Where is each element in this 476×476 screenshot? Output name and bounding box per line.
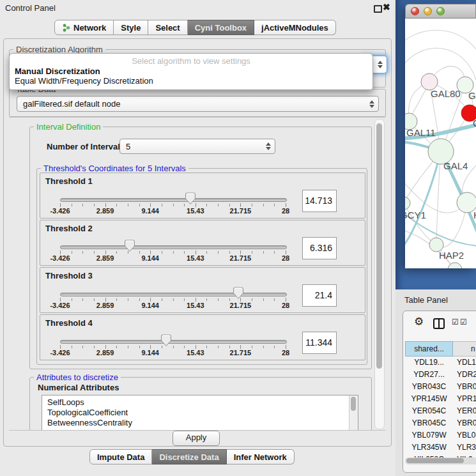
- network-window-titlebar[interactable]: [405, 4, 476, 19]
- tick-label: -3.426: [44, 349, 76, 357]
- slider-track[interactable]: [60, 340, 287, 344]
- tab-label: Infer Network: [234, 452, 287, 462]
- interval-definition-group: Interval Definition Number of Intervals …: [29, 127, 372, 369]
- interval-definition-title: Interval Definition: [34, 122, 103, 132]
- tick-mark: [162, 204, 162, 206]
- tab-style[interactable]: Style: [114, 20, 148, 35]
- slider-track[interactable]: [60, 293, 287, 296]
- threshold-box-3: Threshold 3-3.4262.8599.14415.4321.71528…: [40, 267, 365, 313]
- threshold-value-input[interactable]: 11.344: [302, 332, 337, 354]
- table-row[interactable]: YBR045CYBR0: [405, 417, 476, 429]
- threshold-label: Threshold 3: [45, 271, 93, 280]
- table-row[interactable]: YLR345WYLR3: [405, 441, 476, 454]
- float-window-icon[interactable]: [374, 5, 382, 13]
- tick-mark: [229, 251, 230, 254]
- traffic-light-zoom[interactable]: [436, 7, 445, 15]
- threshold-label: Threshold 1: [45, 176, 93, 186]
- table-cell: YPR1: [453, 393, 476, 405]
- slider-thumb[interactable]: [160, 334, 172, 349]
- tick-mark: [72, 251, 72, 254]
- tab-label: Discretize Data: [159, 452, 219, 462]
- table-row[interactable]: YDR27...YDR2: [405, 369, 476, 381]
- checkbox-icon[interactable]: ☑: [452, 318, 459, 326]
- traffic-light-close[interactable]: [411, 7, 419, 15]
- tick-label: 2.859: [89, 349, 121, 357]
- list-item-betweennesscentrality[interactable]: BetweennessCentrality: [42, 418, 358, 428]
- threshold-value-input[interactable]: 6.316: [302, 237, 337, 259]
- table-data-combo-value: galFiltered.sif default node: [23, 99, 120, 109]
- popup-option-manual-discretization[interactable]: Manual Discretization: [12, 66, 370, 76]
- tick-label: 2.859: [89, 207, 121, 215]
- table-panel-section: Table Panel ⚙ ☑ ☑ shared...n YDL19...YDL…: [395, 289, 476, 476]
- network-node-gcy1[interactable]: [405, 197, 410, 210]
- apply-button[interactable]: Apply: [173, 431, 220, 446]
- tick-label: 9.144: [134, 207, 166, 215]
- checkbox-icon[interactable]: ☑: [460, 318, 467, 326]
- network-canvas[interactable]: GAL80GACGAL11GAL4GCY1HHAP2: [405, 19, 476, 268]
- slider-thumb[interactable]: [124, 240, 135, 255]
- tick-mark: [274, 204, 275, 206]
- tick-label: 28: [270, 349, 302, 357]
- close-icon[interactable]: ✖: [383, 2, 390, 12]
- attributes-list-scrollbar[interactable]: [349, 395, 358, 431]
- gear-icon[interactable]: ⚙: [414, 316, 424, 328]
- tab-select[interactable]: Select: [148, 20, 187, 35]
- slider-track[interactable]: [60, 198, 287, 202]
- tick-mark: [128, 298, 128, 301]
- node-label: GAL11: [406, 127, 436, 138]
- table-row[interactable]: YPR145WYPR1: [405, 393, 476, 405]
- tab-infer-network[interactable]: Infer Network: [227, 449, 295, 464]
- table-row[interactable]: YBR043CYBR0: [405, 381, 476, 393]
- list-item-topologicalcoefficient[interactable]: TopologicalCoefficient: [42, 408, 358, 418]
- tick-mark: [184, 251, 185, 254]
- table-row[interactable]: YDL19...YDL1: [405, 357, 476, 369]
- tick-mark: [218, 251, 219, 254]
- number-of-intervals-label: Number of Intervals: [47, 142, 125, 151]
- tab-jactivemnodules[interactable]: jActiveMNodules: [254, 20, 336, 35]
- list-item-selfloops[interactable]: SelfLoops: [42, 397, 358, 408]
- slider-thumb[interactable]: [233, 287, 244, 302]
- tick-mark: [184, 346, 185, 348]
- tick-mark: [173, 251, 174, 254]
- tick-mark: [72, 346, 72, 348]
- network-edge: [405, 30, 476, 49]
- settings-vertical-scrollbar[interactable]: [374, 119, 385, 429]
- attributes-group-title: Attributes to discretize: [34, 372, 121, 382]
- tab-impute-data[interactable]: Impute Data: [89, 449, 152, 464]
- tick-label: 15.43: [180, 207, 211, 215]
- traffic-light-minimize[interactable]: [424, 7, 432, 15]
- column-header-n[interactable]: n: [453, 341, 476, 357]
- threshold-value: 6.316: [303, 238, 336, 259]
- tick-mark: [94, 251, 95, 254]
- threshold-box-1: Threshold 1-3.4262.8599.14415.4321.71528…: [40, 173, 365, 219]
- threshold-value-input[interactable]: 21.4: [302, 284, 337, 307]
- numerical-attributes-label: Numerical Attributes: [38, 383, 119, 392]
- threshold-value: 14.713: [303, 190, 336, 211]
- table-row[interactable]: YBL079WYBL0: [405, 429, 476, 441]
- tab-network[interactable]: Network: [54, 20, 114, 35]
- table-horizontal-scrollbar[interactable]: [405, 457, 476, 464]
- attributes-list[interactable]: SelfLoopsTopologicalCoefficientBetweenne…: [42, 395, 358, 431]
- column-layout-icon[interactable]: [433, 318, 445, 329]
- number-of-intervals-combo[interactable]: 5: [119, 139, 275, 154]
- combo-stepper-icon[interactable]: [369, 100, 374, 108]
- table-cell: YDR2: [453, 369, 476, 381]
- tab-cyni-toolbox[interactable]: Cyni Toolbox: [188, 20, 254, 35]
- tab-discretize-data[interactable]: Discretize Data: [152, 449, 226, 464]
- tick-mark: [94, 298, 95, 301]
- combo-stepper-icon[interactable]: [378, 61, 383, 68]
- slider-track[interactable]: [60, 245, 287, 249]
- threshold-value-input[interactable]: 14.713: [302, 190, 337, 212]
- slider-thumb[interactable]: [185, 192, 196, 208]
- network-view-background: GAL80GACGAL11GAL4GCY1HHAP2: [395, 0, 476, 289]
- table-row[interactable]: YER054CYER0: [405, 405, 476, 417]
- tick-mark: [206, 298, 207, 301]
- table-data-combo[interactable]: galFiltered.sif default node: [17, 96, 379, 112]
- column-header-shared[interactable]: shared...: [405, 341, 453, 357]
- combo-stepper-icon[interactable]: [266, 142, 271, 150]
- popup-option-equal-width-frequency-discretization[interactable]: Equal Width/Frequency Discretization: [12, 76, 370, 86]
- threshold-value: 11.344: [303, 332, 336, 353]
- tick-mark: [229, 298, 230, 301]
- network-window: GAL80GACGAL11GAL4GCY1HHAP2: [405, 4, 476, 268]
- tick-label: 15.43: [180, 349, 211, 357]
